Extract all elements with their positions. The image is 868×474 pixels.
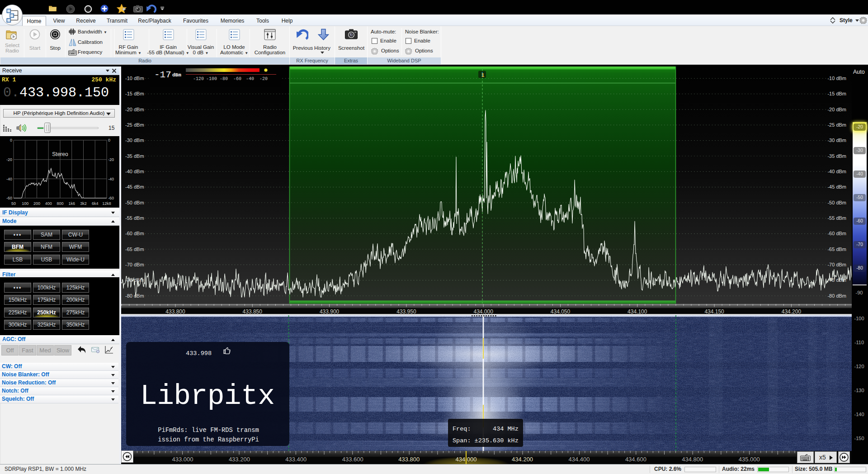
svg-text:-60: -60	[6, 196, 12, 200]
svg-text:dBm: dBm	[172, 72, 181, 78]
svg-text:433.800: 433.800	[165, 308, 185, 315]
svg-text:-120: -120	[193, 76, 204, 81]
svg-text:-40: -40	[6, 177, 12, 181]
svg-text:-80 dBm: -80 dBm	[827, 293, 846, 299]
svg-text:800: 800	[57, 201, 63, 206]
svg-text:-30 dBm: -30 dBm	[125, 137, 144, 143]
svg-text:433.850: 433.850	[243, 308, 263, 315]
svg-text:-65 dBm: -65 dBm	[125, 246, 144, 252]
svg-text:200: 200	[33, 201, 40, 206]
svg-text:433.200: 433.200	[229, 456, 250, 463]
svg-text:433.600: 433.600	[342, 456, 363, 463]
svg-text:-15 dBm: -15 dBm	[827, 91, 846, 96]
svg-text:-20: -20	[259, 76, 268, 81]
svg-text:-80 dBm: -80 dBm	[125, 293, 144, 299]
svg-text:400: 400	[45, 201, 52, 206]
svg-text:-60: -60	[233, 76, 241, 81]
svg-text:-25 dBm: -25 dBm	[125, 122, 144, 128]
svg-text:-40 dBm: -40 dBm	[125, 169, 144, 174]
svg-text:Librpitx: Librpitx	[140, 380, 275, 412]
svg-text:-20 dBm: -20 dBm	[125, 107, 144, 112]
svg-text:-20: -20	[108, 157, 114, 162]
svg-text:-35 dBm: -35 dBm	[125, 153, 144, 159]
svg-text:-50 dBm: -50 dBm	[125, 200, 144, 205]
svg-text:434.200: 434.200	[782, 308, 802, 315]
svg-text:0: 0	[10, 138, 12, 142]
svg-text:Span: ±235.630 kHz: Span: ±235.630 kHz	[453, 437, 519, 444]
svg-text:-70 dBm: -70 dBm	[827, 262, 846, 267]
svg-text:434.400: 434.400	[569, 456, 590, 463]
svg-text:434.150: 434.150	[704, 308, 724, 315]
svg-text:434.000: 434.000	[474, 308, 494, 315]
svg-text:433.800: 433.800	[398, 456, 420, 463]
svg-text:100: 100	[22, 201, 28, 206]
svg-text:-10 dBm: -10 dBm	[827, 76, 846, 81]
svg-text:-60 dBm: -60 dBm	[827, 231, 846, 236]
svg-text:-35 dBm: -35 dBm	[827, 153, 846, 159]
svg-text:433.000: 433.000	[172, 456, 193, 463]
svg-text:434.050: 434.050	[551, 308, 571, 315]
svg-text:-100: -100	[206, 76, 217, 81]
svg-text:-20: -20	[6, 157, 12, 162]
svg-text:PiFmRds: live FM-RDS transm: PiFmRds: live FM-RDS transm	[158, 427, 259, 434]
svg-text:-70 dBm: -70 dBm	[125, 262, 144, 267]
svg-text:433.400: 433.400	[285, 456, 307, 463]
svg-text:-55 dBm: -55 dBm	[827, 215, 846, 221]
svg-text:-45 dBm: -45 dBm	[827, 184, 846, 190]
svg-text:-30 dBm: -30 dBm	[827, 137, 846, 143]
svg-text:1: 1	[481, 72, 484, 78]
svg-text:-65 dBm: -65 dBm	[827, 246, 846, 252]
svg-text:433.950: 433.950	[396, 308, 416, 315]
svg-text:Freq: 434 MHz: Freq: 434 MHz	[453, 426, 519, 432]
svg-text:6k4: 6k4	[92, 201, 99, 206]
svg-text:1k6: 1k6	[68, 201, 75, 206]
svg-text:434.600: 434.600	[625, 456, 646, 463]
svg-text:Stereo: Stereo	[52, 151, 68, 157]
svg-text:50: 50	[11, 201, 16, 206]
svg-text:-17: -17	[154, 70, 171, 80]
svg-text:-40: -40	[246, 76, 254, 81]
svg-text:-40: -40	[108, 177, 114, 181]
svg-text:-20 dBm: -20 dBm	[827, 107, 846, 112]
svg-text:-40 dBm: -40 dBm	[827, 169, 846, 174]
svg-text:0: 0	[108, 138, 110, 142]
svg-text:-50 dBm: -50 dBm	[827, 200, 846, 205]
svg-text:433.900: 433.900	[320, 308, 340, 315]
svg-text:-80: -80	[220, 76, 228, 81]
svg-text:-60: -60	[108, 196, 114, 200]
svg-text:3k2: 3k2	[80, 201, 87, 206]
svg-text:433.998: 433.998	[186, 350, 212, 357]
svg-text:-60 dBm: -60 dBm	[125, 231, 144, 236]
svg-text:434.800: 434.800	[682, 456, 703, 463]
svg-text:-15 dBm: -15 dBm	[125, 91, 144, 96]
svg-text:435.000: 435.000	[739, 456, 760, 463]
svg-text:434.200: 434.200	[512, 456, 533, 463]
svg-text:12k8: 12k8	[102, 201, 111, 206]
svg-text:434.100: 434.100	[627, 308, 647, 315]
svg-text:ission from the RaspberryPi: ission from the RaspberryPi	[158, 436, 259, 443]
svg-text:-55 dBm: -55 dBm	[125, 215, 144, 221]
svg-text:-25 dBm: -25 dBm	[827, 122, 846, 128]
svg-text:-10 dBm: -10 dBm	[125, 76, 144, 81]
svg-text:-45 dBm: -45 dBm	[125, 184, 144, 190]
